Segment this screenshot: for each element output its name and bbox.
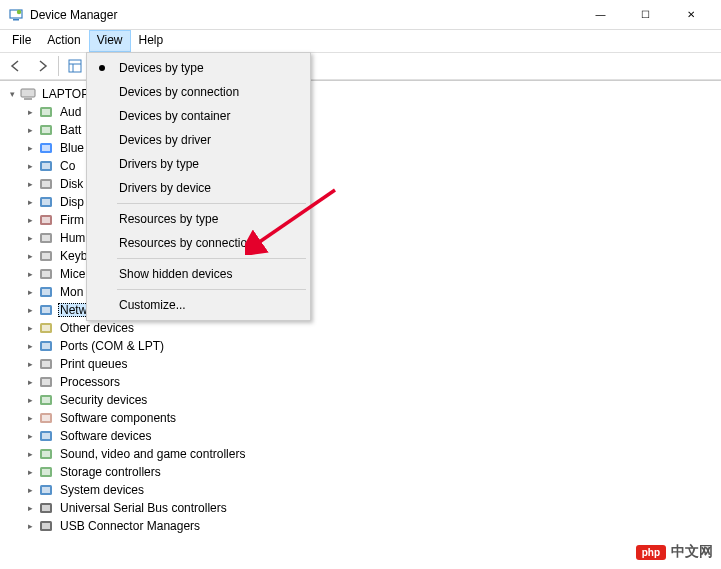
disk-icon [38,176,54,192]
expand-icon[interactable]: ▸ [24,106,36,118]
expand-icon[interactable]: ▸ [24,358,36,370]
svg-rect-1 [13,19,19,21]
menu-file[interactable]: File [4,30,39,52]
menu-item-customize[interactable]: Customize... [89,293,308,317]
svg-rect-21 [42,199,50,205]
tree-item-label: Hum [58,231,87,245]
expand-icon[interactable]: ▸ [24,340,36,352]
svg-rect-35 [42,325,50,331]
tree-item-usb[interactable]: ▸Universal Serial Bus controllers [2,499,719,517]
menu-action[interactable]: Action [39,30,88,52]
svg-rect-31 [42,289,50,295]
expand-icon[interactable]: ▸ [24,322,36,334]
expand-icon[interactable]: ▸ [24,484,36,496]
expand-icon[interactable]: ▸ [24,376,36,388]
expand-icon[interactable]: ▸ [24,124,36,136]
collapse-icon[interactable]: ▾ [6,88,18,100]
svg-rect-11 [42,109,50,115]
expand-icon[interactable]: ▸ [24,232,36,244]
tree-item-label: Disp [58,195,86,209]
svg-rect-53 [42,487,50,493]
svg-rect-43 [42,397,50,403]
expand-icon[interactable]: ▸ [24,502,36,514]
menu-item-by-conn[interactable]: Devices by connection [89,80,308,104]
menu-view[interactable]: View [89,30,131,52]
tree-item-label: Mice [58,267,87,281]
menu-item-label: Customize... [119,298,186,312]
menu-item-res-conn[interactable]: Resources by connection [89,231,308,255]
svg-rect-39 [42,361,50,367]
expand-icon[interactable]: ▸ [24,250,36,262]
menu-item-by-cont[interactable]: Devices by container [89,104,308,128]
menu-item-show-hidden[interactable]: Show hidden devices [89,262,308,286]
menu-item-drv-type[interactable]: Drivers by type [89,152,308,176]
watermark-text: 中文网 [671,543,713,561]
computer-icon [38,158,54,174]
tree-item-proc[interactable]: ▸Processors [2,373,719,391]
svg-rect-51 [42,469,50,475]
mouse-icon [38,266,54,282]
firmware-icon [38,212,54,228]
minimize-button[interactable]: — [578,0,623,29]
menu-item-label: Devices by container [119,109,230,123]
tree-item-print[interactable]: ▸Print queues [2,355,719,373]
svg-rect-29 [42,271,50,277]
menu-item-drv-dev[interactable]: Drivers by device [89,176,308,200]
expand-icon[interactable]: ▸ [24,412,36,424]
checked-bullet-icon [99,65,105,71]
svg-rect-9 [24,98,32,100]
tree-item-usbconn[interactable]: ▸USB Connector Managers [2,517,719,535]
swcomp-icon [38,410,54,426]
menu-help[interactable]: Help [131,30,172,52]
svg-rect-15 [42,145,50,151]
expand-icon[interactable]: ▸ [24,268,36,280]
svg-rect-45 [42,415,50,421]
tree-item-storage[interactable]: ▸Storage controllers [2,463,719,481]
svg-rect-8 [21,89,35,97]
tree-item-label: Processors [58,375,122,389]
expand-icon[interactable]: ▸ [24,304,36,316]
tree-item-ports[interactable]: ▸Ports (COM & LPT) [2,337,719,355]
expand-icon[interactable]: ▸ [24,142,36,154]
menu-item-by-type[interactable]: Devices by type [89,56,308,80]
expand-icon[interactable]: ▸ [24,196,36,208]
svg-rect-19 [42,181,50,187]
svg-rect-17 [42,163,50,169]
expand-icon[interactable]: ▸ [24,286,36,298]
menu-item-by-drv[interactable]: Devices by driver [89,128,308,152]
tree-item-label: Blue [58,141,86,155]
svg-rect-55 [42,505,50,511]
tree-root-label: LAPTOP [40,87,91,101]
tree-item-sound[interactable]: ▸Sound, video and game controllers [2,445,719,463]
expand-icon[interactable]: ▸ [24,160,36,172]
menu-item-res-type[interactable]: Resources by type [89,207,308,231]
tree-item-label: Firm [58,213,86,227]
properties-button[interactable] [63,54,87,78]
tree-item-softdev[interactable]: ▸Software devices [2,427,719,445]
expand-icon[interactable]: ▸ [24,394,36,406]
menu-separator [117,203,306,204]
display-icon [38,194,54,210]
expand-icon[interactable]: ▸ [24,448,36,460]
expand-icon[interactable]: ▸ [24,466,36,478]
tree-item-system[interactable]: ▸System devices [2,481,719,499]
tree-item-other[interactable]: ▸Other devices [2,319,719,337]
network-icon [38,302,54,318]
tree-item-label: Software components [58,411,178,425]
maximize-button[interactable]: ☐ [623,0,668,29]
tree-item-softcomp[interactable]: ▸Software components [2,409,719,427]
expand-icon[interactable]: ▸ [24,430,36,442]
usb-icon [38,500,54,516]
forward-button[interactable] [30,54,54,78]
back-button[interactable] [4,54,28,78]
close-button[interactable]: ✕ [668,0,713,29]
usbconn-icon [38,518,54,534]
tree-item-label: Universal Serial Bus controllers [58,501,229,515]
expand-icon[interactable]: ▸ [24,214,36,226]
expand-icon[interactable]: ▸ [24,178,36,190]
tree-item-security[interactable]: ▸Security devices [2,391,719,409]
expand-icon[interactable]: ▸ [24,520,36,532]
svg-rect-27 [42,253,50,259]
tree-item-label: Storage controllers [58,465,163,479]
storage-icon [38,464,54,480]
